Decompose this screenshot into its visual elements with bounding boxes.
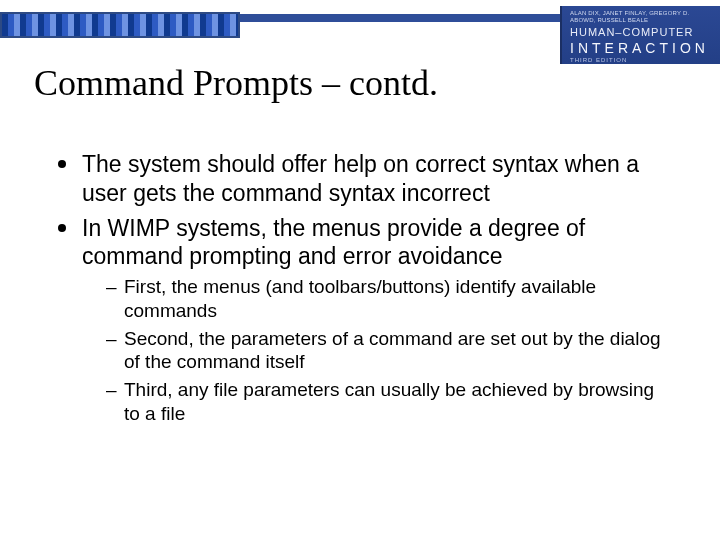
slide-content: The system should offer help on correct …: [54, 150, 666, 432]
slide: ALAN DIX, JANET FINLAY, GREGORY D. ABOWD…: [0, 0, 720, 540]
bullet-item: In WIMP systems, the menus provide a deg…: [54, 214, 666, 426]
sub-bullet-text: First, the menus (and toolbars/buttons) …: [124, 276, 596, 321]
sub-bullet-text: Second, the parameters of a command are …: [124, 328, 661, 373]
sub-bullet-text: Third, any file parameters can usually b…: [124, 379, 654, 424]
book-title-line1: HUMAN–COMPUTER: [570, 26, 712, 39]
bullet-list: The system should offer help on correct …: [54, 150, 666, 426]
sub-bullet-item: First, the menus (and toolbars/buttons) …: [106, 275, 666, 323]
banner-pattern: [0, 12, 240, 38]
bullet-item: The system should offer help on correct …: [54, 150, 666, 208]
book-title-line2: INTERACTION: [570, 40, 712, 57]
book-edition: THIRD EDITION: [570, 57, 712, 64]
banner-bar: [240, 14, 560, 22]
sub-bullet-item: Third, any file parameters can usually b…: [106, 378, 666, 426]
sub-bullet-item: Second, the parameters of a command are …: [106, 327, 666, 375]
book-authors: ALAN DIX, JANET FINLAY, GREGORY D. ABOWD…: [570, 10, 712, 24]
bullet-text: In WIMP systems, the menus provide a deg…: [82, 215, 585, 270]
banner: ALAN DIX, JANET FINLAY, GREGORY D. ABOWD…: [0, 6, 720, 52]
bullet-text: The system should offer help on correct …: [82, 151, 639, 206]
sub-bullet-list: First, the menus (and toolbars/buttons) …: [82, 275, 666, 426]
slide-title: Command Prompts – contd.: [34, 62, 438, 104]
book-badge: ALAN DIX, JANET FINLAY, GREGORY D. ABOWD…: [560, 6, 720, 64]
